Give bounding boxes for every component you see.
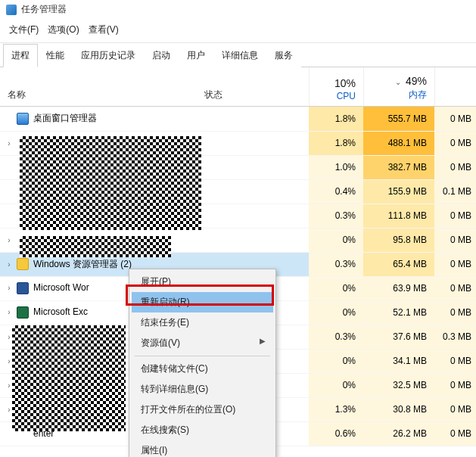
process-disk-cell: 0 MB	[434, 373, 476, 397]
process-cpu-cell: 0.3%	[309, 325, 363, 349]
process-cpu-cell: 0%	[309, 349, 363, 373]
process-memory-cell: 488.1 MB	[363, 131, 434, 155]
column-name[interactable]: 名称	[0, 89, 201, 106]
redacted-region	[20, 236, 171, 257]
ctx-end-task[interactable]: 结束任务(E)	[132, 312, 273, 333]
process-name: Windows 资源管理器 (2)	[33, 259, 132, 269]
excel-icon	[17, 306, 29, 319]
process-memory-cell: 26.2 MB	[363, 421, 434, 446]
process-cpu-cell: 0%	[309, 228, 363, 252]
process-memory-cell: 555.7 MB	[363, 107, 434, 131]
window-title: 任务管理器	[21, 3, 67, 16]
task-manager-icon	[6, 5, 17, 15]
ctx-go-to-details[interactable]: 转到详细信息(G)	[132, 379, 273, 399]
cpu-label: CPU	[310, 91, 356, 101]
desktop-icon	[17, 113, 29, 125]
ctx-properties[interactable]: 属性(I)	[132, 440, 273, 457]
tab-app-history[interactable]: 应用历史记录	[73, 44, 144, 67]
process-cpu-cell: 0%	[309, 373, 363, 397]
process-cpu-cell: 0%	[309, 300, 363, 325]
redacted-region	[12, 325, 126, 431]
expand-chevron-icon[interactable]: ›	[5, 284, 14, 292]
expand-chevron-icon[interactable]: ›	[5, 260, 14, 269]
process-memory-cell: 95.8 MB	[363, 228, 434, 252]
ctx-separator	[135, 356, 270, 356]
ctx-create-dump[interactable]: 创建转储文件(C)	[132, 359, 273, 379]
process-name: Microsoft Wor	[33, 282, 89, 293]
process-status-cell	[201, 155, 309, 179]
process-disk-cell: 0 MB	[434, 397, 476, 421]
process-cpu-cell: 0.4%	[309, 179, 363, 204]
tab-bar: 进程 性能 应用历史记录 启动 用户 详细信息 服务	[0, 43, 476, 67]
tab-performance[interactable]: 性能	[38, 44, 73, 67]
tab-processes[interactable]: 进程	[3, 44, 38, 67]
menu-file[interactable]: 文件(F)	[6, 22, 42, 38]
process-cpu-cell: 1.8%	[309, 131, 363, 155]
process-status-cell	[201, 204, 309, 228]
process-disk-cell: 0 MB	[434, 228, 476, 252]
ctx-open-file-location[interactable]: 打开文件所在的位置(O)	[132, 399, 273, 420]
process-disk-cell: 0 MB	[434, 421, 476, 446]
process-disk-cell: 0 MB	[434, 252, 476, 276]
sort-indicator-icon: ⌄	[395, 78, 401, 86]
expand-chevron-icon[interactable]: ›	[5, 139, 14, 148]
process-name: 桌面窗口管理器	[33, 113, 97, 123]
process-memory-cell: 37.6 MB	[363, 325, 434, 349]
cpu-usage-percent: 10%	[310, 77, 356, 89]
process-memory-cell: 52.1 MB	[363, 300, 434, 325]
word-icon	[17, 282, 29, 294]
process-cpu-cell: 0%	[309, 276, 363, 300]
process-memory-cell: 111.8 MB	[363, 204, 434, 228]
context-menu: 展开(P) 重新启动(R) 结束任务(E) 资源值(V) ▶ 创建转储文件(C)…	[129, 269, 276, 457]
process-cpu-cell: 0.6%	[309, 421, 363, 446]
process-disk-cell: 0 MB	[434, 204, 476, 228]
process-memory-cell: 155.9 MB	[363, 179, 434, 204]
process-memory-cell: 34.1 MB	[363, 349, 434, 373]
process-cpu-cell: 1.0%	[309, 155, 363, 179]
table-row[interactable]: 桌面窗口管理器1.8%555.7 MB0 MB	[0, 107, 476, 131]
process-status-cell	[201, 107, 309, 131]
process-cpu-cell: 1.3%	[309, 397, 363, 421]
tab-users[interactable]: 用户	[179, 44, 213, 67]
menu-bar: 文件(F) 选项(O) 查看(V)	[0, 19, 476, 43]
process-disk-cell: 0.1 MB	[434, 179, 476, 204]
process-name-cell: 桌面窗口管理器	[0, 107, 201, 131]
process-disk-cell: 0 MB	[434, 349, 476, 373]
process-cpu-cell: 0.3%	[309, 252, 363, 276]
process-memory-cell: 65.4 MB	[363, 252, 434, 276]
explorer-icon	[17, 258, 29, 270]
expand-chevron-icon[interactable]: ›	[5, 236, 14, 244]
process-memory-cell: 30.8 MB	[363, 397, 434, 421]
column-disk[interactable]	[434, 67, 476, 106]
process-memory-cell: 63.9 MB	[363, 276, 434, 300]
tab-services[interactable]: 服务	[266, 44, 301, 67]
column-memory[interactable]: ⌄49% 内存	[363, 67, 434, 106]
process-status-cell	[201, 228, 309, 252]
redacted-region	[20, 136, 201, 230]
process-memory-cell: 32.5 MB	[363, 373, 434, 397]
window-titlebar: 任务管理器	[0, 0, 476, 19]
ctx-expand[interactable]: 展开(P)	[132, 272, 273, 292]
process-cpu-cell: 0.3%	[309, 204, 363, 228]
process-disk-cell: 0 MB	[434, 300, 476, 325]
process-disk-cell: 0 MB	[434, 155, 476, 179]
process-status-cell	[201, 131, 309, 155]
ctx-restart[interactable]: 重新启动(R)	[132, 292, 273, 312]
process-disk-cell: 0 MB	[434, 131, 476, 155]
process-disk-cell: 0 MB	[434, 276, 476, 300]
ctx-search-online[interactable]: 在线搜索(S)	[132, 420, 273, 440]
tab-details[interactable]: 详细信息	[213, 44, 266, 67]
process-disk-cell: 0.3 MB	[434, 325, 476, 349]
tab-startup[interactable]: 启动	[144, 44, 179, 67]
menu-view[interactable]: 查看(V)	[86, 22, 122, 38]
process-cpu-cell: 1.8%	[309, 107, 363, 131]
memory-label: 内存	[364, 89, 427, 101]
expand-chevron-icon[interactable]: ›	[5, 308, 14, 316]
ctx-resource-values[interactable]: 资源值(V) ▶	[132, 333, 273, 353]
memory-usage-percent: 49%	[406, 75, 427, 87]
column-status[interactable]: 状态	[201, 89, 309, 106]
column-cpu[interactable]: 10% CPU	[309, 67, 363, 106]
menu-options[interactable]: 选项(O)	[45, 22, 82, 38]
process-status-cell	[201, 179, 309, 204]
column-headers: 名称 状态 10% CPU ⌄49% 内存	[0, 67, 476, 107]
